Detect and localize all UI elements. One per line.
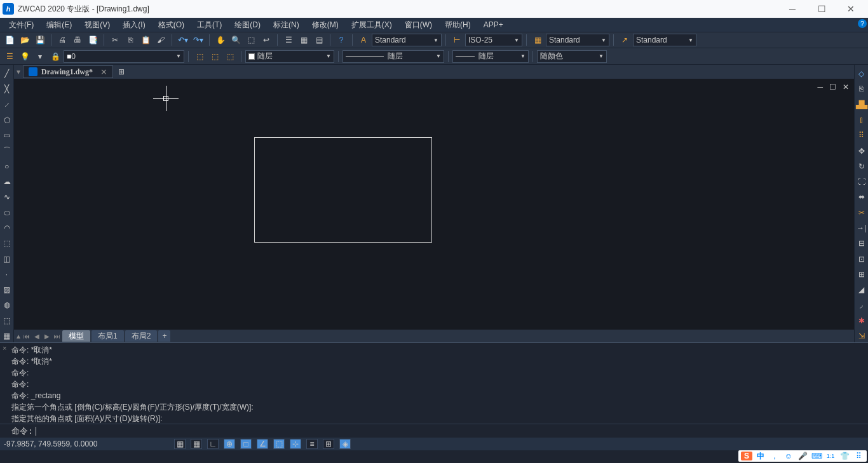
tab-layout2[interactable]: 布局2 bbox=[125, 330, 158, 342]
rotate-icon[interactable]: ↻ bbox=[855, 160, 869, 173]
zoom-realtime-icon[interactable]: 🔍 bbox=[229, 33, 243, 47]
design-center-icon[interactable]: ▦ bbox=[297, 33, 311, 47]
help-icon[interactable]: ? bbox=[334, 33, 348, 47]
trim-icon[interactable]: ✂ bbox=[855, 206, 869, 219]
layer-previous-icon[interactable]: ⬚ bbox=[208, 50, 222, 64]
command-input[interactable] bbox=[36, 426, 864, 436]
osnap-icon[interactable]: □ bbox=[240, 439, 252, 449]
layer-dropdown[interactable]: ■ 0 ▼ bbox=[64, 50, 184, 63]
cut-icon[interactable]: ✂ bbox=[108, 33, 122, 47]
menu-help[interactable]: 帮助(H) bbox=[438, 18, 477, 32]
text-style-dropdown[interactable]: Standard ▼ bbox=[372, 34, 442, 46]
tab-add[interactable]: + bbox=[158, 330, 170, 342]
open-icon[interactable]: 📂 bbox=[18, 33, 32, 47]
menu-app[interactable]: APP+ bbox=[477, 18, 510, 32]
command-history[interactable]: 命令: *取消* 命令: *取消* 命令: 命令: 命令: _rectang 指… bbox=[0, 343, 868, 424]
maximize-button[interactable]: ☐ bbox=[807, 0, 836, 18]
table-style-icon[interactable]: ▦ bbox=[531, 33, 545, 47]
drawing-canvas[interactable]: ─ ☐ ✕ bbox=[14, 79, 854, 330]
publish-icon[interactable]: 📑 bbox=[86, 33, 100, 47]
menu-format[interactable]: 格式(O) bbox=[152, 18, 191, 32]
ducs-icon[interactable]: ⬚ bbox=[273, 439, 285, 449]
table-style-dropdown[interactable]: Standard ▼ bbox=[546, 34, 609, 46]
grid-icon[interactable]: ▦ bbox=[191, 439, 202, 449]
layer-make-current-icon[interactable]: ⬚ bbox=[193, 50, 207, 64]
ime-keyboard-icon[interactable]: ⌨ bbox=[811, 452, 822, 460]
array-icon[interactable]: ⠿ bbox=[855, 129, 869, 142]
menu-file[interactable]: 文件(F) bbox=[3, 18, 40, 32]
arc-icon[interactable]: ⌒ bbox=[0, 144, 14, 157]
zoom-window-icon[interactable]: ⬚ bbox=[244, 33, 258, 47]
join-icon[interactable]: ⊞ bbox=[855, 268, 869, 281]
menu-edit[interactable]: 编辑(E) bbox=[40, 18, 78, 32]
lineweight-dropdown[interactable]: 随层 ▼ bbox=[452, 50, 529, 63]
new-icon[interactable]: 📄 bbox=[3, 33, 17, 47]
layer-filter-icon[interactable]: ▾ bbox=[33, 50, 47, 64]
ime-mic-icon[interactable]: 🎤 bbox=[797, 452, 808, 460]
hatch-icon[interactable]: ▨ bbox=[0, 283, 14, 296]
tab-dropdown-icon[interactable]: ▾ bbox=[17, 67, 20, 76]
menu-window[interactable]: 窗口(W) bbox=[398, 18, 438, 32]
pan-icon[interactable]: ✋ bbox=[214, 33, 227, 47]
ime-tools-icon[interactable]: ⠿ bbox=[853, 452, 864, 460]
ortho-icon[interactable]: ∟ bbox=[207, 439, 219, 449]
linetype-dropdown[interactable]: 随层 ▼ bbox=[342, 50, 444, 63]
properties-icon[interactable]: ☰ bbox=[281, 33, 295, 47]
erase-icon[interactable]: ◇ bbox=[855, 67, 869, 80]
minimize-button[interactable]: ─ bbox=[778, 0, 807, 18]
layer-properties-icon[interactable]: ☰ bbox=[3, 50, 17, 64]
chamfer-icon[interactable]: ◢ bbox=[855, 283, 869, 296]
color-dropdown[interactable]: 随层 ▼ bbox=[245, 50, 334, 63]
layout-first-icon[interactable]: ⏮ bbox=[22, 331, 32, 341]
mleader-style-icon[interactable]: ↗ bbox=[618, 33, 632, 47]
circle-icon[interactable]: ○ bbox=[0, 160, 14, 173]
polar-icon[interactable]: ⊕ bbox=[224, 439, 235, 449]
model-icon[interactable]: ⊞ bbox=[323, 439, 334, 449]
move-icon[interactable]: ✥ bbox=[855, 144, 869, 157]
layer-states-icon[interactable]: 💡 bbox=[18, 50, 32, 64]
xline-icon[interactable]: ╳ bbox=[0, 83, 14, 95]
layout-last-icon[interactable]: ⏭ bbox=[52, 331, 62, 341]
table-icon[interactable]: ▦ bbox=[0, 330, 14, 342]
zoom-prev-icon[interactable]: ↩ bbox=[259, 33, 273, 47]
ellipse-icon[interactable]: ⬭ bbox=[0, 206, 14, 219]
close-button[interactable]: ✕ bbox=[836, 0, 865, 18]
region-icon[interactable]: ⬚ bbox=[0, 314, 14, 327]
point-icon[interactable]: · bbox=[0, 268, 14, 281]
ellipse-arc-icon[interactable]: ◠ bbox=[0, 222, 14, 234]
vp-close-icon[interactable]: ✕ bbox=[843, 83, 849, 91]
stretch-icon[interactable]: ⬌ bbox=[855, 191, 869, 203]
ime-ratio-icon[interactable]: 1:1 bbox=[825, 452, 836, 460]
explode-icon[interactable]: ✱ bbox=[855, 314, 869, 327]
close-tab-icon[interactable]: ✕ bbox=[100, 67, 107, 77]
menu-insert[interactable]: 插入(I) bbox=[116, 18, 151, 32]
menu-view[interactable]: 视图(V) bbox=[78, 18, 116, 32]
make-block-icon[interactable]: ◫ bbox=[0, 252, 14, 265]
drawing-tab[interactable]: Drawing1.dwg* ✕ bbox=[23, 65, 113, 78]
tool-palettes-icon[interactable]: ▤ bbox=[312, 33, 326, 47]
tab-model[interactable]: 模型 bbox=[62, 330, 90, 342]
menu-tools[interactable]: 工具(T) bbox=[191, 18, 228, 32]
menu-dimension[interactable]: 标注(N) bbox=[267, 18, 306, 32]
plotstyle-dropdown[interactable]: 随颜色 ▼ bbox=[537, 50, 607, 63]
rectangle-icon[interactable]: ▭ bbox=[0, 129, 14, 142]
ime-punct-icon[interactable]: ， bbox=[769, 452, 780, 460]
new-tab-icon[interactable]: ⊞ bbox=[114, 65, 128, 79]
tab-layout1[interactable]: 布局1 bbox=[92, 330, 124, 342]
cycle-icon[interactable]: ◈ bbox=[339, 439, 351, 449]
coordinates[interactable]: -97.9857, 749.5959, 0.0000 bbox=[4, 440, 169, 448]
paste-icon[interactable]: 📋 bbox=[139, 33, 153, 47]
redo-icon[interactable]: ↷▾ bbox=[191, 33, 205, 47]
layout-collapse-icon[interactable]: ▴ bbox=[17, 332, 20, 340]
copy-icon[interactable]: ⎘ bbox=[123, 33, 137, 47]
break-point-icon[interactable]: ⊟ bbox=[855, 237, 869, 250]
menu-draw[interactable]: 绘图(D) bbox=[228, 18, 267, 32]
gradient-icon[interactable]: ◍ bbox=[0, 299, 14, 311]
fillet-icon[interactable]: ◞ bbox=[855, 299, 869, 311]
undo-icon[interactable]: ↶▾ bbox=[176, 33, 190, 47]
snap-grid-icon[interactable]: ▦ bbox=[174, 439, 186, 449]
line-icon[interactable]: ╱ bbox=[0, 67, 14, 80]
mleader-style-dropdown[interactable]: Standard ▼ bbox=[633, 34, 696, 46]
spline-icon[interactable]: ∿ bbox=[0, 191, 14, 203]
dyn-icon[interactable]: ⊹ bbox=[290, 439, 301, 449]
